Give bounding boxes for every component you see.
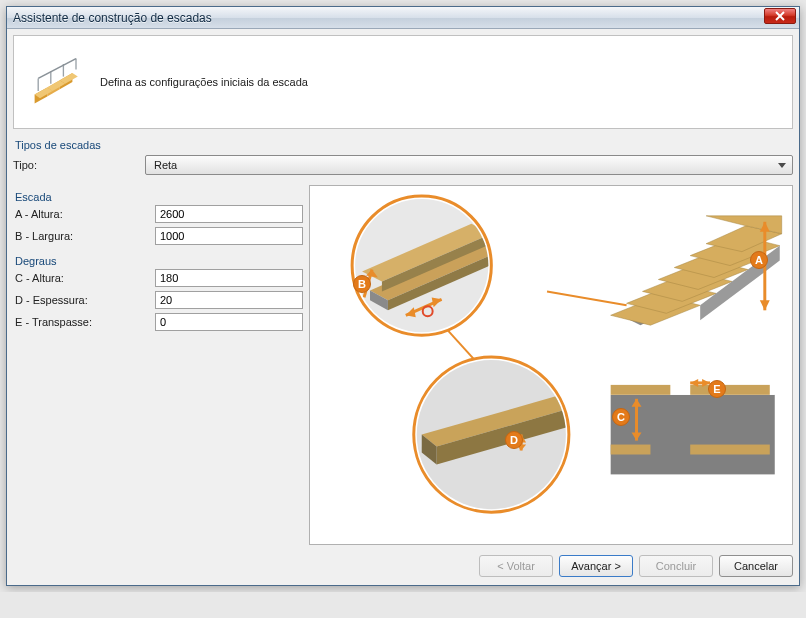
field-row: A - Altura: xyxy=(13,205,303,223)
height-a-input[interactable] xyxy=(155,205,303,223)
badge-b-icon: B xyxy=(353,275,371,293)
svg-marker-41 xyxy=(760,300,770,310)
next-button[interactable]: Avançar > xyxy=(559,555,633,577)
header-message: Defina as configurações iniciais da esca… xyxy=(100,76,308,88)
svg-rect-57 xyxy=(611,445,651,455)
content-area: Defina as configurações iniciais da esca… xyxy=(7,29,799,585)
title-bar: Assistente de construção de escadas xyxy=(7,7,799,29)
wizard-button-row: < Voltar Avançar > Concluir Cancelar xyxy=(13,555,793,577)
degraus-section-label: Degraus xyxy=(15,255,303,267)
width-b-label: B - Largura: xyxy=(13,230,155,242)
field-row: B - Largura: xyxy=(13,227,303,245)
preview-panel: B A D C E xyxy=(309,185,793,545)
left-column: Escada A - Altura: B - Largura: Degraus … xyxy=(13,185,303,545)
field-row: D - Espessura: xyxy=(13,291,303,309)
badge-c-icon: C xyxy=(612,408,630,426)
svg-line-14 xyxy=(547,291,627,305)
svg-rect-54 xyxy=(611,385,671,395)
close-button[interactable] xyxy=(764,8,796,24)
window-title: Assistente de construção de escadas xyxy=(13,11,212,25)
badge-d-icon: D xyxy=(505,431,523,449)
overlap-e-input[interactable] xyxy=(155,313,303,331)
preview-illustration xyxy=(310,186,792,544)
svg-rect-56 xyxy=(690,445,770,455)
width-b-input[interactable] xyxy=(155,227,303,245)
type-row: Tipo: Reta xyxy=(13,155,793,175)
step-height-c-label: C - Altura: xyxy=(13,272,155,284)
field-row: E - Transpasse: xyxy=(13,313,303,331)
header-card: Defina as configurações iniciais da esca… xyxy=(13,35,793,129)
finish-button[interactable]: Concluir xyxy=(639,555,713,577)
main-area: Escada A - Altura: B - Largura: Degraus … xyxy=(13,185,793,545)
wizard-window: Assistente de construção de escadas xyxy=(6,6,800,586)
cancel-button[interactable]: Cancelar xyxy=(719,555,793,577)
type-label: Tipo: xyxy=(13,159,133,171)
escada-section-label: Escada xyxy=(15,191,303,203)
stair-types-group-label: Tipos de escadas xyxy=(15,139,793,151)
thickness-d-label: D - Espessura: xyxy=(13,294,155,306)
overlap-e-label: E - Transpasse: xyxy=(13,316,155,328)
chevron-down-icon xyxy=(778,163,786,168)
badge-e-icon: E xyxy=(708,380,726,398)
type-selected-value: Reta xyxy=(154,159,177,171)
badge-a-icon: A xyxy=(750,251,768,269)
height-a-label: A - Altura: xyxy=(13,208,155,220)
back-button[interactable]: < Voltar xyxy=(479,555,553,577)
thickness-d-input[interactable] xyxy=(155,291,303,309)
field-row: C - Altura: xyxy=(13,269,303,287)
type-dropdown[interactable]: Reta xyxy=(145,155,793,175)
step-height-c-input[interactable] xyxy=(155,269,303,287)
stair-thumb-icon xyxy=(28,52,88,112)
close-icon xyxy=(774,10,786,22)
